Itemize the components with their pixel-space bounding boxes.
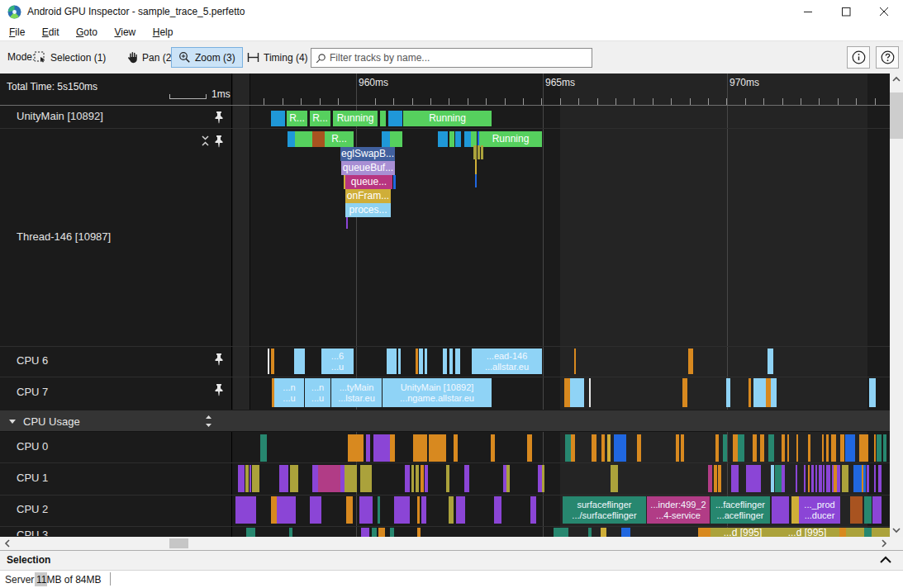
expand-panel-icon[interactable] xyxy=(880,556,891,564)
timeline-slice[interactable] xyxy=(250,465,251,492)
track-label-cpu-3[interactable]: CPU 3 xyxy=(17,529,48,536)
timeline-slice[interactable] xyxy=(771,378,777,407)
timeline-slice[interactable] xyxy=(726,378,730,407)
timeline-slice[interactable] xyxy=(571,434,575,462)
timing-mode-button[interactable]: Timing (4) xyxy=(240,47,316,68)
timeline-slice[interactable] xyxy=(454,434,458,462)
timeline-slice[interactable] xyxy=(676,434,679,462)
timeline-slice[interactable] xyxy=(494,496,501,524)
timeline-slice[interactable] xyxy=(346,496,353,524)
timeline-slice[interactable] xyxy=(864,528,872,537)
timeline-slice[interactable] xyxy=(564,378,570,407)
timeline-slice[interactable] xyxy=(449,131,454,147)
track-label-cpu-2[interactable]: CPU 2 xyxy=(17,503,48,515)
timeline-slice[interactable]: eglSwapB... xyxy=(340,147,395,161)
timeline-slice[interactable]: Running xyxy=(403,111,492,126)
timeline-slice[interactable] xyxy=(637,434,641,462)
track-label-cpu-7[interactable]: CPU 7 xyxy=(17,386,48,398)
timeline-slice[interactable] xyxy=(425,465,428,492)
timeline-slice[interactable]: ...6...u xyxy=(321,349,354,374)
timeline-slice[interactable] xyxy=(277,496,296,524)
timeline-slice[interactable] xyxy=(394,496,410,524)
menu-edit[interactable]: Edit xyxy=(36,24,66,38)
timeline-slice[interactable] xyxy=(388,111,402,126)
timeline-slice[interactable] xyxy=(753,378,766,407)
timeline-slice[interactable] xyxy=(271,111,285,126)
timeline-slice[interactable] xyxy=(360,465,372,492)
track-label-cpu-0[interactable]: CPU 0 xyxy=(17,440,48,453)
timeline-slice[interactable] xyxy=(390,434,395,462)
timeline-slice[interactable] xyxy=(390,131,402,147)
timeline-slice[interactable] xyxy=(246,528,255,537)
timeline-slice[interactable] xyxy=(260,434,267,462)
timeline-slice[interactable]: Running xyxy=(333,111,378,126)
timeline-slice[interactable]: Running xyxy=(479,131,542,147)
minimize-button[interactable] xyxy=(789,0,827,24)
timeline-slice[interactable]: R... xyxy=(287,111,307,126)
timeline-slice[interactable] xyxy=(419,349,423,374)
pin-icon[interactable] xyxy=(213,111,225,124)
timeline-slice[interactable]: queue... xyxy=(345,175,392,189)
timeline-slice[interactable] xyxy=(621,528,630,537)
timeline-slice[interactable] xyxy=(464,131,471,147)
timeline-slice[interactable] xyxy=(405,465,410,492)
timeline-slice[interactable] xyxy=(822,434,824,462)
timeline-slice[interactable] xyxy=(290,465,298,492)
timeline-slice[interactable] xyxy=(839,528,846,537)
timeline-slice[interactable] xyxy=(753,434,757,462)
timeline-slice[interactable]: ...n...u xyxy=(305,378,330,407)
timeline-slice[interactable] xyxy=(449,349,453,374)
timeline-slice[interactable] xyxy=(478,145,480,159)
timeline-slice[interactable] xyxy=(714,465,717,492)
timeline-slice[interactable]: ...n...u xyxy=(274,378,304,407)
timeline-slice[interactable] xyxy=(416,349,418,374)
timeline-slice[interactable] xyxy=(393,175,396,189)
timeline-slice[interactable] xyxy=(864,496,872,524)
timeline-slice[interactable] xyxy=(831,434,836,462)
timeline-slice[interactable] xyxy=(883,434,886,462)
timeline-slice[interactable] xyxy=(279,465,288,492)
track-label-cpu-6[interactable]: CPU 6 xyxy=(17,354,48,367)
track-label-thread-146-10987-[interactable]: Thread-146 [10987] xyxy=(17,230,111,243)
timeline-slice[interactable] xyxy=(819,465,822,492)
timeline-slice[interactable] xyxy=(417,528,421,537)
timeline-slice[interactable] xyxy=(688,349,693,374)
timeline-slice[interactable]: ...tyMain...lstar.eu xyxy=(331,378,382,407)
timeline-slice[interactable] xyxy=(387,349,397,374)
selection-panel-header[interactable]: Selection xyxy=(0,550,903,570)
timeline-slice[interactable]: queueBuf... xyxy=(341,161,395,175)
timeline-slice[interactable] xyxy=(863,465,866,492)
timeline-slice[interactable] xyxy=(601,528,606,537)
timeline-slice[interactable] xyxy=(530,496,536,524)
timeline-slice[interactable] xyxy=(570,378,584,407)
sort-icon[interactable] xyxy=(205,415,212,428)
timeline-slice[interactable]: surfaceflinger.../surfaceflinger xyxy=(563,496,646,524)
timeline-slice[interactable] xyxy=(443,349,447,374)
timeline-slice[interactable] xyxy=(859,434,868,462)
timeline-slice[interactable] xyxy=(749,378,751,407)
timeline-slice[interactable] xyxy=(846,528,864,537)
track-label-unitymain-10892-[interactable]: UnityMain [10892] xyxy=(17,110,103,122)
timeline-slice[interactable] xyxy=(425,349,427,374)
horizontal-scroll-thumb[interactable] xyxy=(169,538,188,548)
timeline-slice[interactable] xyxy=(845,434,855,462)
timeline-slice[interactable] xyxy=(554,528,568,537)
menu-help[interactable]: Help xyxy=(146,24,180,38)
timeline-slice[interactable] xyxy=(481,145,483,159)
timeline-slice[interactable] xyxy=(574,349,576,374)
timeline-slice[interactable] xyxy=(588,528,592,537)
scroll-left-icon[interactable] xyxy=(4,539,11,548)
timeline-slice[interactable] xyxy=(366,434,370,462)
pin-icon[interactable] xyxy=(213,353,225,366)
timeline-slice[interactable]: ...faceflinger...aceflinger xyxy=(711,496,770,524)
timeline-slice[interactable] xyxy=(421,465,424,492)
timeline-slice[interactable] xyxy=(288,131,295,147)
horizontal-scrollbar[interactable] xyxy=(0,537,903,550)
timeline-slice[interactable] xyxy=(874,465,876,492)
scroll-up-icon[interactable] xyxy=(892,76,901,83)
timeline-slice[interactable] xyxy=(772,496,789,524)
timeline-slice[interactable] xyxy=(421,496,426,524)
section-cpu-usage[interactable]: CPU Usage xyxy=(0,410,890,432)
timeline-slice[interactable] xyxy=(611,465,618,492)
timeline-slice[interactable] xyxy=(449,496,454,524)
